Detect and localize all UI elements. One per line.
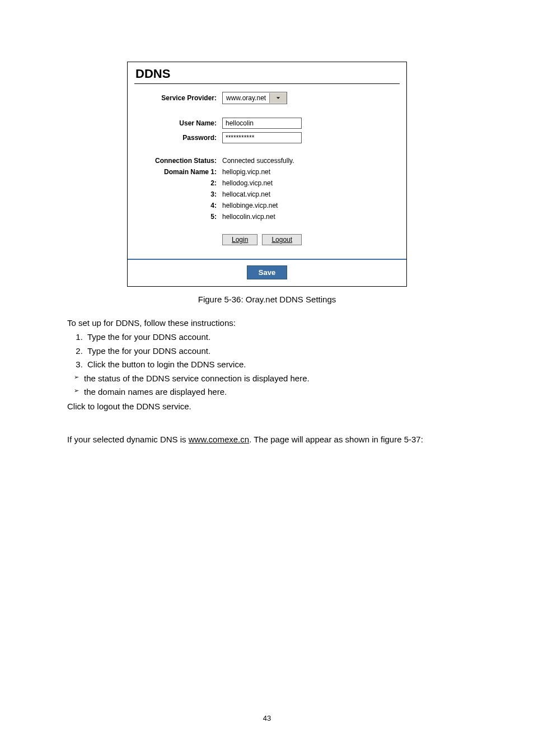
connection-status-label: Connection Status: [135, 157, 222, 165]
login-button[interactable]: Login [222, 234, 257, 245]
form-area: Service Provider: www.oray.net User Name… [128, 84, 406, 252]
connection-status-value: Connected successfully. [222, 157, 294, 165]
page-number: 43 [0, 714, 534, 722]
domain2-value: hellodog.vicp.net [222, 179, 273, 187]
list-item: Type the for your DDNS account. [85, 344, 467, 357]
service-provider-select[interactable]: www.oray.net [222, 92, 287, 104]
service-provider-value: www.oray.net [223, 94, 269, 102]
panel-title: DDNS [128, 62, 406, 83]
domain3-value: hellocat.vicp.net [222, 190, 270, 198]
domain5-value: hellocolin.vicp.net [222, 213, 275, 221]
bullet-list: the status of the DDNS service connectio… [67, 372, 467, 399]
domain4-value: hellobinge.vicp.net [222, 202, 278, 209]
username-input[interactable] [222, 118, 302, 129]
figure-caption: Figure 5-36: Oray.net DDNS Settings [67, 295, 467, 304]
logout-button[interactable]: Logout [262, 234, 302, 245]
ddns-panel: DDNS Service Provider: www.oray.net User… [127, 62, 407, 287]
domain3-label: 3: [135, 190, 222, 198]
logout-note: Click to logout the DDNS service. [67, 400, 467, 413]
next-provider-paragraph: If your selected dynamic DNS is www.come… [67, 433, 467, 446]
list-item: Click the button to login the DDNS servi… [85, 358, 467, 371]
domain1-value: hellopig.vicp.net [222, 168, 270, 176]
list-item: the domain names are displayed here. [74, 385, 467, 398]
domain1-label: Domain Name 1: [135, 168, 222, 176]
password-label: Password: [135, 134, 222, 142]
document-page: DDNS Service Provider: www.oray.net User… [0, 0, 534, 756]
chevron-down-icon[interactable] [269, 93, 287, 103]
domain5-label: 5: [135, 213, 222, 221]
password-input[interactable] [222, 132, 302, 143]
domain4-label: 4: [135, 202, 222, 209]
instruction-list: Type the for your DDNS account. Type the… [67, 330, 467, 371]
service-provider-label: Service Provider: [135, 94, 222, 102]
comexe-link[interactable]: www.comexe.cn [189, 435, 249, 444]
list-item: Type the for your DDNS account. [85, 330, 467, 343]
username-label: User Name: [135, 119, 222, 127]
domain2-label: 2: [135, 179, 222, 187]
list-item: the status of the DDNS service connectio… [74, 372, 467, 385]
intro-text: To set up for DDNS, follow these instruc… [67, 316, 467, 329]
save-button[interactable]: Save [247, 265, 287, 279]
